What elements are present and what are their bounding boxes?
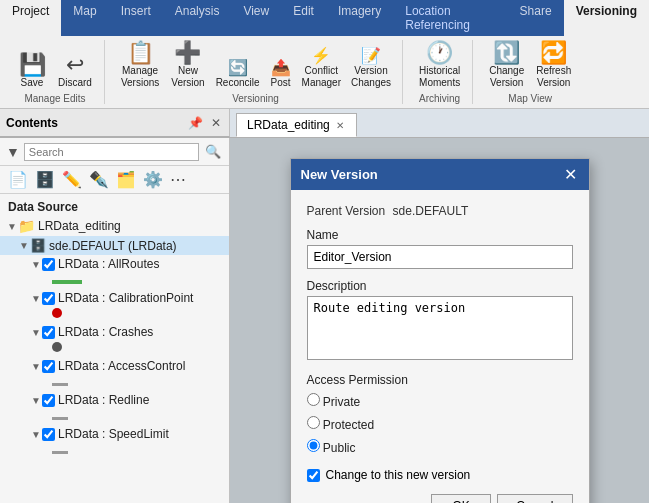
new-version-dialog: New Version ✕ Parent Version sde.DEFAULT… — [290, 158, 590, 503]
reconcile-button[interactable]: 🔄 Reconcile — [213, 56, 263, 91]
change-version-label: ChangeVersion — [489, 65, 524, 89]
search-button[interactable]: 🔍 — [203, 142, 223, 161]
conflict-manager-button[interactable]: ⚡ ConflictManager — [299, 44, 344, 91]
contents-toolbar: 📄 🗄️ ✏️ ✒️ 🗂️ ⚙️ ⋯ — [0, 166, 229, 194]
tree-toggle-calibration[interactable]: ▼ — [30, 293, 42, 304]
tree-item-lrdata-editing[interactable]: ▼ 📁 LRData_editing — [0, 216, 229, 236]
list-icon[interactable]: 📄 — [6, 169, 30, 190]
calibrationpoint-checkbox[interactable] — [42, 292, 55, 305]
post-button[interactable]: 📤 Post — [267, 56, 295, 91]
search-bar: ▼ 🔍 — [0, 138, 229, 166]
database-icon[interactable]: 🗄️ — [33, 169, 57, 190]
tab-view[interactable]: View — [231, 0, 281, 36]
radio-public-label: Public — [323, 441, 356, 455]
settings-icon[interactable]: ⚙️ — [141, 169, 165, 190]
tree-toggle-allroutes[interactable]: ▼ — [30, 259, 42, 270]
calibrationpoint-label: LRData : CalibrationPoint — [58, 291, 193, 305]
ribbon-group-items: 💾 Save ↩ Discard — [14, 40, 96, 91]
autofit-button[interactable]: ✕ — [209, 114, 223, 132]
more-icon[interactable]: ⋯ — [168, 169, 188, 190]
tree-item-accesscontrol[interactable]: ▼ LRData : AccessControl — [0, 357, 229, 375]
accesscontrol-checkbox[interactable] — [42, 360, 55, 373]
radio-private-row[interactable]: Private — [307, 393, 573, 409]
pin-button[interactable]: 📌 — [186, 114, 205, 132]
tab-map[interactable]: Map — [61, 0, 108, 36]
radio-public-row[interactable]: Public — [307, 439, 573, 455]
tab-imagery[interactable]: Imagery — [326, 0, 393, 36]
dialog-title-bar: New Version ✕ — [291, 159, 589, 190]
calibrationpoint-symbol — [52, 308, 62, 318]
new-version-button[interactable]: ➕ NewVersion — [167, 40, 208, 91]
radio-protected[interactable] — [307, 416, 320, 429]
tree-toggle[interactable]: ▼ — [6, 221, 18, 232]
tree-toggle-speedlimit[interactable]: ▼ — [30, 429, 42, 440]
change-version-checkbox[interactable] — [307, 469, 320, 482]
tab-versioning[interactable]: Versioning — [564, 0, 649, 36]
tree-item-allroutes[interactable]: ▼ LRData : AllRoutes — [0, 255, 229, 273]
refresh-version-button[interactable]: 🔁 RefreshVersion — [532, 40, 575, 91]
manage-versions-icon: 📋 — [127, 42, 154, 64]
parent-version-value: sde.DEFAULT — [393, 204, 469, 218]
close-tab-icon[interactable]: ✕ — [334, 120, 346, 131]
tree-item-speedlimit[interactable]: ▼ LRData : SpeedLimit — [0, 425, 229, 443]
tree-area: Data Source ▼ 📁 LRData_editing ▼ 🗄️ sde.… — [0, 194, 229, 503]
tree-toggle-redline[interactable]: ▼ — [30, 395, 42, 406]
parent-version-row: Parent Version sde.DEFAULT — [307, 204, 573, 218]
radio-protected-row[interactable]: Protected — [307, 416, 573, 432]
tab-share[interactable]: Share — [508, 0, 564, 36]
save-button[interactable]: 💾 Save — [14, 52, 50, 91]
cancel-button[interactable]: Cancel — [497, 494, 572, 503]
discard-icon: ↩ — [66, 54, 84, 76]
historical-label: HistoricalMoments — [419, 65, 460, 89]
discard-button[interactable]: ↩ Discard — [54, 52, 96, 91]
speedlimit-checkbox[interactable] — [42, 428, 55, 441]
crashes-symbol — [52, 342, 62, 352]
radio-private-label: Private — [323, 395, 360, 409]
reconcile-label: Reconcile — [216, 77, 260, 89]
dialog-close-button[interactable]: ✕ — [562, 165, 579, 184]
redline-label: LRData : Redline — [58, 393, 149, 407]
tree-toggle-crashes[interactable]: ▼ — [30, 327, 42, 338]
tab-analysis[interactable]: Analysis — [163, 0, 232, 36]
description-label: Description — [307, 279, 573, 293]
access-permission-field: Access Permission Private Protected — [307, 373, 573, 458]
post-icon: 📤 — [271, 58, 291, 77]
parent-version-label: Parent Version — [307, 204, 386, 218]
tab-edit[interactable]: Edit — [281, 0, 326, 36]
layers-icon[interactable]: 🗂️ — [114, 169, 138, 190]
tab-location-referencing[interactable]: Location Referencing — [393, 0, 507, 36]
version-changes-button[interactable]: 📝 VersionChanges — [348, 44, 394, 91]
ribbon-tabs: Project Map Insert Analysis View Edit Im… — [0, 0, 649, 36]
tree-toggle-accesscontrol[interactable]: ▼ — [30, 361, 42, 372]
new-version-label: NewVersion — [171, 65, 204, 89]
refresh-version-label: RefreshVersion — [536, 65, 571, 89]
tree-item-calibrationpoint[interactable]: ▼ LRData : CalibrationPoint — [0, 289, 229, 307]
radio-public[interactable] — [307, 439, 320, 452]
manage-edits-group-label: Manage Edits — [24, 93, 85, 104]
search-input[interactable] — [24, 143, 199, 161]
archiving-group-label: Archiving — [419, 93, 460, 104]
accesscontrol-symbol — [52, 383, 68, 386]
tree-toggle-sde[interactable]: ▼ — [18, 240, 30, 251]
change-version-checkbox-row[interactable]: Change to this new version — [307, 468, 573, 482]
lrdata-editing-tab[interactable]: LRData_editing ✕ — [236, 113, 357, 137]
tree-item-crashes[interactable]: ▼ LRData : Crashes — [0, 323, 229, 341]
name-input[interactable] — [307, 245, 573, 269]
edit-icon[interactable]: ✒️ — [87, 169, 111, 190]
manage-versions-button[interactable]: 📋 ManageVersions — [117, 40, 163, 91]
radio-private[interactable] — [307, 393, 320, 406]
filter-icon[interactable]: ▼ — [6, 144, 20, 160]
crashes-checkbox[interactable] — [42, 326, 55, 339]
select-icon[interactable]: ✏️ — [60, 169, 84, 190]
reconcile-icon: 🔄 — [228, 58, 248, 77]
tab-insert[interactable]: Insert — [109, 0, 163, 36]
ok-button[interactable]: OK — [431, 494, 491, 503]
tree-item-sde-default[interactable]: ▼ 🗄️ sde.DEFAULT (LRData) — [0, 236, 229, 255]
redline-checkbox[interactable] — [42, 394, 55, 407]
allroutes-checkbox[interactable] — [42, 258, 55, 271]
tab-project[interactable]: Project — [0, 0, 61, 36]
tree-item-redline[interactable]: ▼ LRData : Redline — [0, 391, 229, 409]
description-textarea[interactable]: Route editing version — [307, 296, 573, 360]
historical-moments-button[interactable]: 🕐 HistoricalMoments — [415, 40, 464, 91]
change-version-button[interactable]: 🔃 ChangeVersion — [485, 40, 528, 91]
